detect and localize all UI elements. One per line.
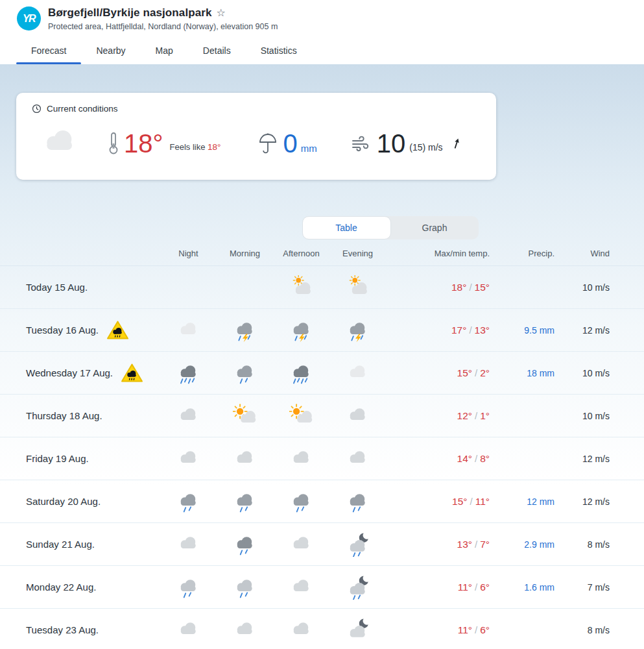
yr-logo[interactable]: YR [17, 6, 41, 31]
current-temperature-group: 18° Feels like 18° [108, 130, 221, 156]
max-temp: 12° [457, 410, 472, 421]
table-row[interactable]: Today 15 Aug. 18°/15° [0, 266, 644, 309]
favorite-star-icon[interactable]: ☆ [217, 8, 226, 18]
clock-icon [32, 104, 42, 114]
table-row[interactable]: Tuesday 23 Aug. 11°/6 [0, 609, 644, 649]
current-temperature: 18° [124, 130, 163, 156]
current-conditions-card: Current conditions 18° Feels like 18° [16, 93, 496, 180]
feels-like-value: 18° [208, 142, 221, 152]
weather-icon-morning [217, 489, 273, 514]
col-night: Night [160, 249, 217, 258]
current-wind-group: 10 (15) m/s [351, 130, 462, 156]
umbrella-icon [258, 132, 278, 156]
warning-icon [121, 363, 143, 383]
weather-icon-evening [329, 618, 386, 643]
table-row[interactable]: Friday 19 Aug. 14°/8° [0, 437, 644, 480]
weather-icon-night [160, 575, 217, 600]
toggle-graph-button[interactable]: Graph [391, 216, 479, 239]
weather-icon-morning [217, 618, 273, 643]
max-temp: 13° [457, 539, 472, 550]
weather-icon-morning [217, 532, 273, 557]
col-evening: Evening [329, 249, 386, 258]
table-row[interactable]: Wednesday 17 Aug. 15° [0, 352, 644, 395]
current-weather-icon [40, 123, 81, 164]
day-label: Sunday 21 Aug. [26, 539, 95, 550]
min-temp: 15° [475, 282, 490, 293]
weather-icon-night [160, 404, 217, 428]
table-row[interactable]: Sunday 21 Aug. 13°/7° [0, 523, 644, 566]
col-wind: Wind [555, 249, 610, 258]
toggle-table-button[interactable]: Table [302, 216, 391, 239]
weather-icon-night [160, 489, 217, 514]
table-header-row: Night Morning Afternoon Evening Max/min … [0, 249, 644, 266]
weather-icon-evening [329, 575, 386, 600]
wind-value: 10 m/s [555, 411, 610, 421]
weather-icon-evening [329, 489, 386, 514]
weather-icon-afternoon [273, 275, 329, 300]
min-temp: 1° [480, 410, 490, 421]
weather-icon-evening [329, 532, 386, 557]
min-temp: 8° [480, 453, 490, 464]
current-conditions-label: Current conditions [47, 104, 118, 114]
precip-value: 18 mm [490, 368, 555, 378]
max-temp: 17° [451, 324, 466, 336]
min-temp: 11° [475, 496, 490, 507]
tab-statistics[interactable]: Statistics [246, 40, 312, 64]
weather-icon-evening [329, 275, 386, 300]
min-temp: 13° [475, 324, 490, 336]
weather-icon-morning [217, 575, 273, 600]
weather-icon-evening [329, 318, 386, 343]
table-row[interactable]: Tuesday 16 Aug. 17°/1 [0, 309, 644, 352]
min-temp: 2° [480, 367, 490, 378]
weather-icon-evening [329, 447, 386, 471]
wind-icon [351, 134, 372, 153]
day-label: Saturday 20 Aug. [26, 496, 101, 507]
col-precip: Precip. [490, 249, 555, 258]
min-temp: 7° [480, 539, 490, 550]
table-row[interactable]: Thursday 18 Aug. 12°/ [0, 395, 644, 437]
weather-icon-afternoon [273, 404, 329, 428]
day-label: Monday 22 Aug. [26, 582, 96, 593]
day-label: Thursday 18 Aug. [26, 410, 102, 421]
tab-forecast[interactable]: Forecast [16, 40, 81, 64]
tab-map[interactable]: Map [141, 40, 188, 64]
max-temp: 15° [457, 367, 472, 378]
weather-icon-morning [217, 361, 273, 386]
current-precipitation: 0 [283, 130, 297, 156]
weather-icon-morning [217, 318, 273, 343]
weather-icon-evening [329, 404, 386, 428]
weather-icon-night [160, 361, 217, 386]
weather-icon-afternoon [273, 361, 329, 386]
max-temp: 11° [458, 624, 472, 635]
wind-value: 8 m/s [555, 539, 610, 550]
max-temp: 18° [451, 282, 466, 293]
weather-icon-night [160, 618, 217, 643]
max-temp: 11° [458, 582, 472, 593]
weather-icon-afternoon [273, 489, 329, 514]
weather-icon-night [160, 447, 217, 471]
table-row[interactable]: Monday 22 Aug. 11°/6° [0, 566, 644, 609]
wind-value: 8 m/s [555, 625, 610, 635]
thermometer-icon [108, 132, 119, 155]
current-precipitation-group: 0 mm [258, 130, 316, 156]
weather-icon-evening [329, 361, 386, 386]
wind-value: 7 m/s [555, 582, 610, 593]
table-row[interactable]: Saturday 20 Aug. 15°/ [0, 480, 644, 523]
tab-details[interactable]: Details [188, 40, 246, 64]
day-label: Wednesday 17 Aug. [26, 367, 113, 378]
wind-value: 12 m/s [555, 496, 610, 507]
col-morning: Morning [217, 249, 273, 258]
col-maxmin-temp: Max/min temp. [386, 249, 490, 258]
weather-icon-afternoon [273, 532, 329, 557]
tab-nearby[interactable]: Nearby [81, 40, 140, 64]
tab-bar: Forecast Nearby Map Details Statistics [0, 40, 644, 64]
max-temp: 14° [457, 453, 472, 464]
wind-value: 10 m/s [555, 368, 610, 378]
wind-value: 12 m/s [555, 325, 610, 336]
precip-value: 12 mm [490, 496, 555, 507]
page-header: YR Børgefjell/Byrkije nasjonalpark ☆ Pro… [0, 0, 644, 64]
precip-value: 2.9 mm [490, 539, 555, 550]
weather-icon-night [160, 318, 217, 343]
weather-icon-morning [217, 447, 273, 471]
weather-icon-night [160, 532, 217, 557]
